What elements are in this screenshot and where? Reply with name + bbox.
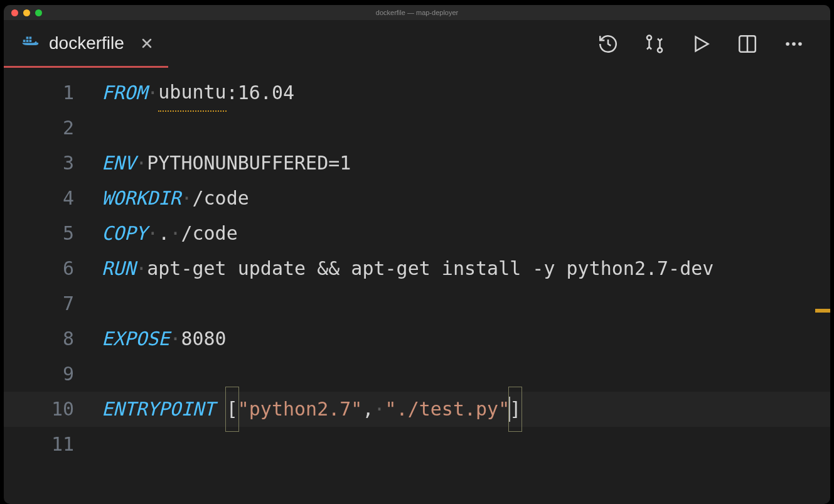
code-line-7[interactable]: 7 <box>4 286 830 321</box>
entrypoint-arg-2: "./test.py" <box>385 392 510 427</box>
editor-toolbar <box>597 33 818 55</box>
code-line-6[interactable]: 6 RUN·apt-get update && apt-get install … <box>4 251 830 286</box>
code-line-1[interactable]: 1 FROM·ubuntu:16.04 <box>4 75 830 110</box>
image-tag: :16.04 <box>227 75 294 110</box>
history-icon[interactable] <box>597 33 619 55</box>
bracket-open: [ <box>227 398 238 420</box>
comma: , <box>362 392 373 427</box>
image-name: ubuntu <box>158 75 226 112</box>
entrypoint-arg-1: "python2.7" <box>238 392 363 427</box>
code-line-10[interactable]: 10 ENTRYPOINT ["python2.7",·"./test.py"] <box>4 392 830 427</box>
svg-rect-3 <box>26 36 29 39</box>
titlebar: dockerfile — map-deployer <box>4 5 830 20</box>
workdir-path: /code <box>193 181 249 216</box>
window-controls <box>4 9 42 16</box>
keyword-entrypoint: ENTRYPOINT <box>102 392 215 427</box>
keyword-from: FROM <box>102 75 147 110</box>
keyword-copy: COPY <box>102 216 147 251</box>
svg-point-6 <box>658 48 662 52</box>
line-number: 7 <box>4 286 102 321</box>
code-line-8[interactable]: 8 EXPOSE·8080 <box>4 321 830 357</box>
svg-rect-1 <box>26 40 29 42</box>
line-number: 9 <box>4 357 102 392</box>
maximize-window-button[interactable] <box>35 9 42 16</box>
minimize-window-button[interactable] <box>23 9 30 16</box>
expose-port: 8080 <box>181 321 226 357</box>
svg-point-10 <box>792 42 796 46</box>
svg-rect-0 <box>23 40 26 42</box>
tab-container: dockerfile <box>4 20 168 68</box>
code-line-4[interactable]: 4 WORKDIR·/code <box>4 181 830 216</box>
keyword-run: RUN <box>102 251 136 286</box>
code-line-11[interactable]: 11 <box>4 427 830 462</box>
close-window-button[interactable] <box>11 9 18 16</box>
svg-point-5 <box>647 36 651 40</box>
line-number: 4 <box>4 181 102 216</box>
line-number: 6 <box>4 251 102 286</box>
code-line-5[interactable]: 5 COPY·.·/code <box>4 216 830 251</box>
keyword-workdir: WORKDIR <box>102 181 181 216</box>
split-editor-icon[interactable] <box>736 33 759 55</box>
svg-rect-4 <box>29 36 32 39</box>
more-actions-icon[interactable] <box>783 33 805 55</box>
copy-src: . <box>158 216 169 251</box>
tab-dockerfile[interactable]: dockerfile <box>4 20 168 68</box>
svg-point-9 <box>786 42 789 46</box>
code-line-3[interactable]: 3 ENV·PYTHONUNBUFFERED=1 <box>4 146 830 181</box>
editor-window: dockerfile — map-deployer dockerfile <box>4 5 830 504</box>
copy-dst: /code <box>181 216 237 251</box>
tab-title: dockerfile <box>49 33 124 53</box>
run-icon[interactable] <box>690 33 712 55</box>
run-command: apt-get update && apt-get install -y pyt… <box>147 251 714 286</box>
minimap-warning-marker[interactable] <box>815 309 830 313</box>
close-tab-button[interactable] <box>138 35 156 52</box>
line-number: 3 <box>4 146 102 181</box>
line-number: 2 <box>4 110 102 146</box>
svg-rect-2 <box>29 40 32 42</box>
code-line-9[interactable]: 9 <box>4 357 830 392</box>
window-title: dockerfile — map-deployer <box>376 9 458 16</box>
code-line-2[interactable]: 2 <box>4 110 830 146</box>
docker-icon <box>21 35 40 51</box>
code-editor[interactable]: 1 FROM·ubuntu:16.04 2 3 ENV·PYTHONUNBUFF… <box>4 68 830 462</box>
line-number: 5 <box>4 216 102 251</box>
svg-point-11 <box>798 42 802 46</box>
env-value: PYTHONUNBUFFERED=1 <box>147 146 351 181</box>
keyword-env: ENV <box>102 146 136 181</box>
line-number: 1 <box>4 75 102 110</box>
compare-changes-icon[interactable] <box>643 33 666 55</box>
line-number: 8 <box>4 321 102 357</box>
tab-bar: dockerfile <box>4 20 830 68</box>
keyword-expose: EXPOSE <box>102 321 169 357</box>
line-number: 10 <box>4 392 102 427</box>
line-number: 11 <box>4 427 102 462</box>
bracket-close: ] <box>510 398 521 420</box>
